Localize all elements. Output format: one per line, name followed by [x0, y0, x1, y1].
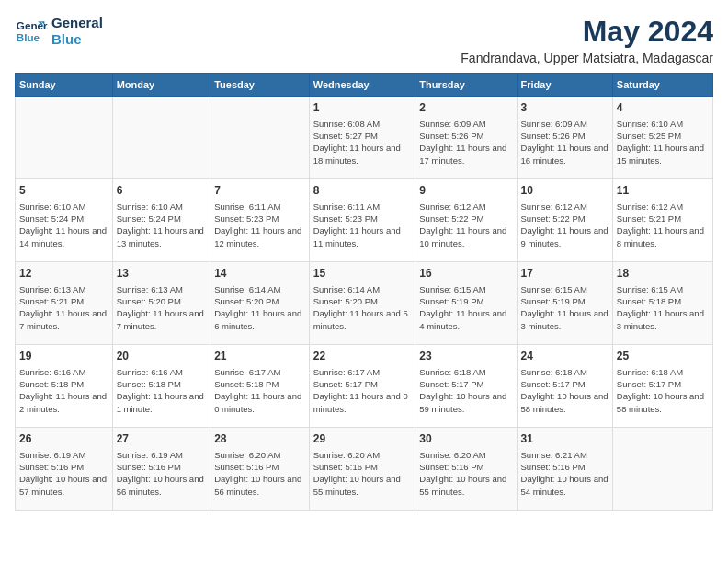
day-info: Sunset: 5:16 PM	[419, 461, 512, 473]
calendar-cell: 10Sunrise: 6:12 AMSunset: 5:22 PMDayligh…	[517, 179, 612, 262]
calendar-cell: 4Sunrise: 6:10 AMSunset: 5:25 PMDaylight…	[612, 97, 712, 179]
day-info: Sunrise: 6:15 AM	[419, 283, 512, 295]
day-number: 14	[214, 266, 305, 282]
day-info: Sunrise: 6:10 AM	[617, 118, 709, 130]
day-info: Daylight: 11 hours and 3 minutes.	[521, 307, 609, 332]
day-info: Sunset: 5:24 PM	[19, 213, 108, 224]
day-number: 15	[313, 266, 412, 282]
day-info: Daylight: 11 hours and 16 minutes.	[521, 142, 609, 167]
day-number: 29	[313, 431, 412, 447]
day-info: Daylight: 11 hours and 13 minutes.	[117, 224, 207, 249]
day-info: Sunset: 5:21 PM	[617, 213, 709, 224]
calendar-cell: 21Sunrise: 6:17 AMSunset: 5:18 PMDayligh…	[210, 345, 310, 428]
svg-text:Blue: Blue	[17, 31, 40, 43]
logo-text-line2: Blue	[51, 31, 103, 48]
day-info: Sunset: 5:22 PM	[521, 213, 609, 224]
calendar-header: SundayMondayTuesdayWednesdayThursdayFrid…	[16, 74, 713, 97]
day-info: Sunset: 5:18 PM	[117, 378, 207, 390]
day-info: Sunset: 5:16 PM	[214, 461, 305, 473]
week-row-5: 26Sunrise: 6:19 AMSunset: 5:16 PMDayligh…	[16, 428, 713, 511]
calendar-cell: 17Sunrise: 6:15 AMSunset: 5:19 PMDayligh…	[517, 262, 612, 345]
day-info: Daylight: 11 hours and 2 minutes.	[19, 390, 108, 415]
day-number: 4	[617, 100, 709, 116]
calendar-cell	[112, 97, 210, 179]
day-info: Sunrise: 6:14 AM	[313, 283, 412, 295]
calendar-cell: 19Sunrise: 6:16 AMSunset: 5:18 PMDayligh…	[16, 345, 113, 428]
day-info: Daylight: 10 hours and 58 minutes.	[617, 390, 709, 415]
header-day-tuesday: Tuesday	[210, 74, 310, 97]
day-number: 19	[19, 349, 108, 364]
day-number: 21	[214, 349, 305, 364]
calendar-cell: 24Sunrise: 6:18 AMSunset: 5:17 PMDayligh…	[517, 345, 612, 428]
day-info: Sunrise: 6:17 AM	[214, 366, 305, 378]
calendar-cell: 29Sunrise: 6:20 AMSunset: 5:16 PMDayligh…	[309, 428, 415, 511]
day-info: Sunrise: 6:16 AM	[19, 366, 108, 378]
day-info: Daylight: 10 hours and 56 minutes.	[117, 473, 207, 498]
calendar-cell: 11Sunrise: 6:12 AMSunset: 5:21 PMDayligh…	[612, 179, 712, 262]
day-info: Sunrise: 6:19 AM	[19, 449, 108, 461]
day-number: 26	[19, 431, 108, 447]
day-number: 16	[419, 266, 512, 282]
calendar-cell	[16, 97, 113, 179]
day-info: Daylight: 11 hours and 18 minutes.	[313, 142, 412, 167]
day-info: Sunset: 5:20 PM	[117, 295, 207, 307]
header-day-monday: Monday	[112, 74, 210, 97]
day-info: Sunset: 5:18 PM	[19, 378, 108, 390]
calendar-cell: 27Sunrise: 6:19 AMSunset: 5:16 PMDayligh…	[112, 428, 210, 511]
calendar-cell: 3Sunrise: 6:09 AMSunset: 5:26 PMDaylight…	[517, 97, 612, 179]
header-day-wednesday: Wednesday	[309, 74, 415, 97]
day-info: Daylight: 10 hours and 57 minutes.	[19, 473, 108, 498]
week-row-4: 19Sunrise: 6:16 AMSunset: 5:18 PMDayligh…	[16, 345, 713, 428]
day-number: 1	[313, 100, 412, 116]
day-info: Sunset: 5:23 PM	[313, 213, 412, 224]
day-info: Sunrise: 6:13 AM	[117, 283, 207, 295]
calendar-cell: 18Sunrise: 6:15 AMSunset: 5:18 PMDayligh…	[612, 262, 712, 345]
header-day-sunday: Sunday	[16, 74, 113, 97]
calendar-cell: 8Sunrise: 6:11 AMSunset: 5:23 PMDaylight…	[309, 179, 415, 262]
day-info: Sunrise: 6:20 AM	[313, 449, 412, 461]
day-info: Daylight: 11 hours and 7 minutes.	[117, 307, 207, 332]
day-number: 23	[419, 349, 512, 364]
day-info: Daylight: 10 hours and 55 minutes.	[419, 473, 512, 498]
day-number: 25	[617, 349, 709, 364]
day-info: Daylight: 11 hours and 12 minutes.	[214, 224, 305, 249]
day-info: Sunrise: 6:15 AM	[617, 283, 709, 295]
day-number: 3	[521, 100, 609, 116]
day-info: Daylight: 11 hours and 11 minutes.	[313, 224, 412, 249]
location-title: Fandrandava, Upper Matsiatra, Madagascar	[461, 51, 713, 65]
day-info: Sunset: 5:23 PM	[214, 213, 305, 224]
day-info: Sunrise: 6:08 AM	[313, 118, 412, 130]
logo: General Blue General Blue	[15, 15, 103, 48]
day-info: Sunrise: 6:20 AM	[419, 449, 512, 461]
day-info: Sunrise: 6:09 AM	[521, 118, 609, 130]
day-number: 27	[117, 431, 207, 447]
day-info: Sunset: 5:22 PM	[419, 213, 512, 224]
day-info: Sunrise: 6:15 AM	[521, 283, 609, 295]
month-title: May 2024	[461, 15, 713, 49]
calendar-cell: 5Sunrise: 6:10 AMSunset: 5:24 PMDaylight…	[16, 179, 113, 262]
day-info: Daylight: 11 hours and 10 minutes.	[419, 224, 512, 249]
header-day-saturday: Saturday	[612, 74, 712, 97]
week-row-3: 12Sunrise: 6:13 AMSunset: 5:21 PMDayligh…	[16, 262, 713, 345]
day-info: Sunset: 5:17 PM	[521, 378, 609, 390]
day-info: Sunset: 5:26 PM	[521, 130, 609, 142]
calendar-cell: 6Sunrise: 6:10 AMSunset: 5:24 PMDaylight…	[112, 179, 210, 262]
day-number: 10	[521, 183, 609, 199]
week-row-1: 1Sunrise: 6:08 AMSunset: 5:27 PMDaylight…	[16, 97, 713, 179]
calendar-cell	[210, 97, 310, 179]
day-info: Sunrise: 6:20 AM	[214, 449, 305, 461]
day-info: Daylight: 11 hours and 17 minutes.	[419, 142, 512, 167]
day-info: Daylight: 11 hours and 7 minutes.	[19, 307, 108, 332]
day-info: Sunset: 5:18 PM	[617, 295, 709, 307]
day-number: 24	[521, 349, 609, 364]
day-info: Sunrise: 6:18 AM	[419, 366, 512, 378]
calendar-cell: 20Sunrise: 6:16 AMSunset: 5:18 PMDayligh…	[112, 345, 210, 428]
header-day-friday: Friday	[517, 74, 612, 97]
calendar-table: SundayMondayTuesdayWednesdayThursdayFrid…	[15, 73, 713, 511]
day-number: 18	[617, 266, 709, 282]
day-info: Daylight: 11 hours and 0 minutes.	[313, 390, 412, 415]
calendar-cell: 30Sunrise: 6:20 AMSunset: 5:16 PMDayligh…	[415, 428, 517, 511]
day-info: Sunset: 5:19 PM	[419, 295, 512, 307]
day-info: Daylight: 11 hours and 5 minutes.	[313, 307, 412, 332]
day-info: Sunrise: 6:11 AM	[214, 201, 305, 213]
